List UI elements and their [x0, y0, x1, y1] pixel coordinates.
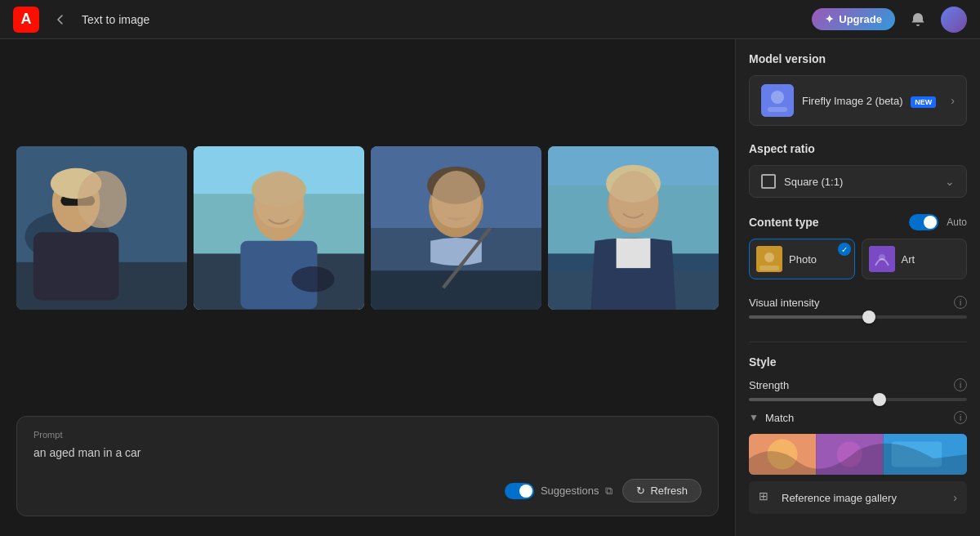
- image-card[interactable]: [371, 146, 541, 310]
- suggestions-toggle-switch[interactable]: [505, 483, 534, 499]
- svg-point-11: [253, 181, 305, 240]
- photo-label: Photo: [789, 253, 817, 266]
- toggle-knob: [519, 485, 532, 498]
- visual-intensity-fill: [749, 315, 869, 319]
- svg-point-25: [608, 175, 659, 233]
- main-area: Prompt an aged man in a car Suggestions …: [0, 39, 980, 536]
- svg-rect-7: [16, 146, 187, 310]
- art-label: Art: [902, 253, 915, 266]
- model-badge: NEW: [911, 96, 936, 108]
- strength-label: Strength: [749, 379, 789, 391]
- content-type-options: Photo ✓ Art: [749, 239, 967, 279]
- back-button[interactable]: [49, 8, 72, 31]
- content-type-section: Content type Auto Photo: [749, 214, 967, 279]
- match-row[interactable]: ▼ Match i: [749, 411, 967, 424]
- image-gallery: [16, 59, 719, 396]
- style-section: Style Strength i ▼ Match: [749, 342, 967, 514]
- page-title: Text to image: [82, 13, 149, 26]
- visual-intensity-slider[interactable]: [749, 315, 967, 319]
- model-version-title: Model version: [749, 52, 967, 65]
- collapse-icon: ▼: [749, 412, 759, 423]
- prompt-text[interactable]: an aged man in a car: [33, 446, 702, 466]
- model-version-section: Model version Firefly Image 2 (beta) NEW…: [749, 52, 967, 126]
- notification-bell-icon[interactable]: [905, 7, 931, 33]
- reference-image-section: ⊞ Reference image gallery ›: [749, 434, 967, 514]
- content-type-art[interactable]: Art: [862, 239, 968, 279]
- svg-rect-30: [768, 107, 787, 112]
- reference-gallery-label: Reference image gallery: [782, 492, 947, 504]
- content-type-photo[interactable]: Photo ✓: [749, 239, 855, 279]
- svg-point-35: [879, 254, 885, 261]
- svg-point-14: [292, 266, 334, 292]
- model-name: Firefly Image 2 (beta) NEW: [802, 95, 942, 107]
- match-section: ▼ Match i: [749, 411, 967, 514]
- svg-point-19: [427, 166, 485, 203]
- gallery-icon: ⊞: [759, 489, 775, 506]
- reference-image-thumb: [749, 434, 967, 475]
- prompt-label: Prompt: [33, 430, 702, 440]
- suggestions-info-icon[interactable]: ⧉: [605, 485, 612, 498]
- toggle-knob: [924, 216, 937, 229]
- photo-thumbnail: [756, 246, 782, 272]
- navbar: A Text to image ✦ Upgrade: [0, 0, 980, 39]
- strength-section: Strength i: [749, 378, 967, 401]
- content-area: Prompt an aged man in a car Suggestions …: [0, 39, 735, 536]
- prompt-bottom: Suggestions ⧉ ↻ Refresh: [33, 479, 702, 502]
- chevron-down-icon: ⌄: [945, 175, 955, 188]
- match-info-icon[interactable]: i: [954, 411, 967, 424]
- aspect-ratio-title: Aspect ratio: [749, 142, 967, 155]
- avatar[interactable]: [941, 7, 967, 33]
- suggestions-toggle: Suggestions ⧉: [505, 483, 613, 499]
- aspect-ratio-label: Square (1:1): [784, 176, 937, 188]
- image-card[interactable]: [16, 146, 187, 310]
- svg-point-18: [429, 176, 483, 237]
- svg-point-32: [764, 252, 774, 262]
- refresh-button[interactable]: ↻ Refresh: [622, 479, 702, 502]
- model-version-card[interactable]: Firefly Image 2 (beta) NEW ›: [749, 75, 967, 126]
- aspect-square-icon: [761, 174, 776, 189]
- gallery-chevron-right-icon: ›: [953, 491, 957, 504]
- aspect-ratio-section: Aspect ratio Square (1:1) ⌄: [749, 142, 967, 198]
- svg-point-12: [252, 172, 306, 207]
- visual-intensity-label: Visual intensity: [749, 297, 819, 309]
- strength-fill: [749, 398, 880, 401]
- svg-rect-33: [760, 266, 779, 270]
- aspect-ratio-select[interactable]: Square (1:1) ⌄: [749, 165, 967, 198]
- strength-thumb[interactable]: [873, 393, 886, 406]
- image-card[interactable]: [548, 146, 719, 310]
- reference-gallery-row[interactable]: ⊞ Reference image gallery ›: [749, 481, 967, 514]
- svg-point-26: [606, 164, 661, 202]
- visual-intensity-section: Visual intensity i: [749, 296, 967, 322]
- app-logo[interactable]: A: [13, 7, 39, 33]
- content-type-header: Content type Auto: [749, 214, 967, 230]
- prompt-container: Prompt an aged man in a car Suggestions …: [16, 416, 719, 516]
- check-icon: ✓: [838, 243, 851, 256]
- content-type-title: Content type: [749, 216, 819, 229]
- visual-intensity-thumb[interactable]: [862, 310, 875, 324]
- visual-intensity-header: Visual intensity i: [749, 296, 967, 309]
- art-thumbnail: [869, 246, 895, 272]
- strength-slider[interactable]: [749, 398, 967, 401]
- right-panel: Model version Firefly Image 2 (beta) NEW…: [735, 39, 980, 536]
- image-card[interactable]: [194, 146, 364, 310]
- strength-header: Strength i: [749, 378, 967, 391]
- content-type-auto-label: Auto: [947, 217, 967, 228]
- model-thumbnail: [761, 84, 794, 117]
- chevron-right-icon: ›: [951, 94, 955, 107]
- svg-rect-27: [617, 238, 651, 268]
- match-label: Match: [765, 412, 947, 424]
- style-title: Style: [749, 355, 967, 368]
- strength-info-icon[interactable]: i: [954, 378, 967, 391]
- suggestions-label: Suggestions: [541, 485, 599, 497]
- upgrade-icon: ✦: [825, 13, 834, 25]
- svg-point-29: [771, 91, 784, 104]
- refresh-icon: ↻: [636, 485, 645, 497]
- upgrade-button[interactable]: ✦ Upgrade: [812, 8, 895, 30]
- visual-intensity-info-icon[interactable]: i: [954, 296, 967, 309]
- content-type-toggle[interactable]: [909, 214, 938, 230]
